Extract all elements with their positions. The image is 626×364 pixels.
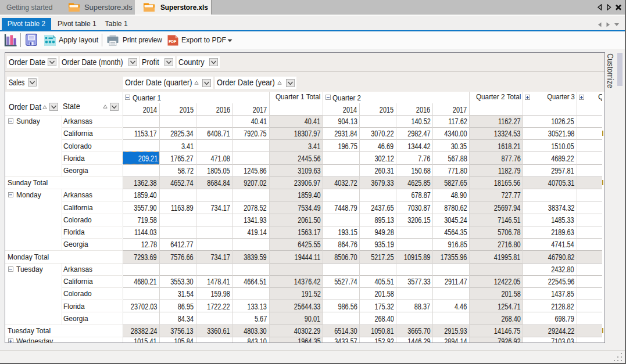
svg-text:PDF: PDF [169, 39, 176, 44]
